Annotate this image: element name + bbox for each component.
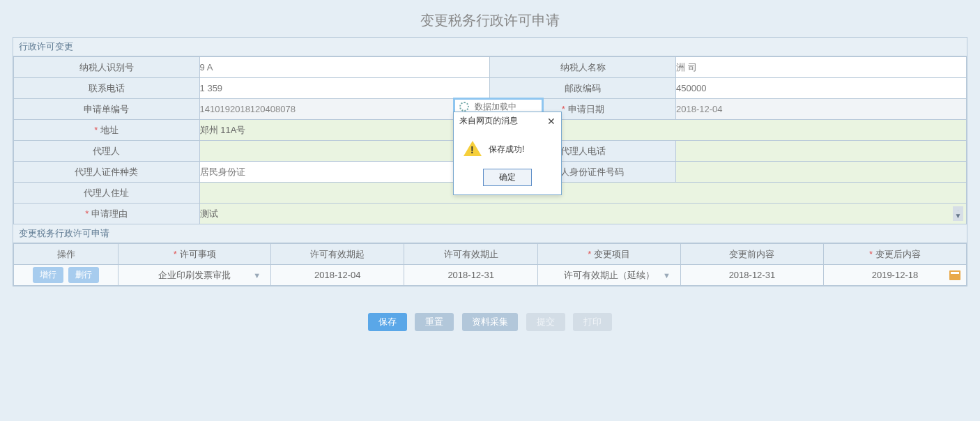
- reset-button[interactable]: 重置: [415, 313, 454, 331]
- spinner-icon: [459, 102, 469, 112]
- col-ops: 操作: [57, 249, 75, 259]
- value-postcode: 450000: [676, 83, 706, 93]
- cell-before: 2018-12-31: [729, 270, 776, 280]
- col-change-item: 变更项目: [594, 249, 630, 259]
- change-item-select[interactable]: 许可有效期止（延续） ▼: [537, 265, 680, 286]
- label-agent-id-type: 代理人证件种类: [75, 167, 138, 177]
- save-button[interactable]: 保存: [368, 313, 407, 331]
- label-phone: 联系电话: [89, 83, 125, 93]
- agent-input[interactable]: [199, 141, 490, 162]
- chevron-down-icon: ▼: [663, 271, 671, 280]
- reason-textarea[interactable]: 测试 ▲ ▼: [199, 204, 966, 224]
- print-button: 打印: [573, 313, 612, 331]
- col-valid-from: 许可有效期起: [310, 249, 365, 259]
- submit-button: 提交: [526, 313, 565, 331]
- action-bar: 保存 重置 资料采集 提交 打印: [0, 313, 980, 331]
- delete-row-button[interactable]: 删行: [68, 267, 99, 283]
- scroll-down-icon[interactable]: ▼: [953, 210, 963, 221]
- table-row: 增行 删行 企业印刷发票审批 ▼ 2018-12-04 2018-12-31 许…: [14, 265, 967, 286]
- section-title-grid: 变更税务行政许可申请: [13, 224, 967, 243]
- change-grid: 操作 *许可事项 许可有效期起 许可有效期止 *变更项目 变更前内容 *变更后内…: [13, 243, 967, 286]
- agent-id-no-input[interactable]: [676, 162, 967, 183]
- chevron-down-icon: ▼: [253, 271, 261, 280]
- agent-addr-input[interactable]: [199, 183, 966, 204]
- cell-valid-from: 2018-12-04: [314, 270, 361, 280]
- label-agent: 代理人: [93, 146, 120, 156]
- after-date-input[interactable]: 2019-12-18: [823, 265, 966, 286]
- value-apply-date: 2018-12-04: [676, 104, 723, 114]
- required-mark: *: [85, 208, 89, 219]
- calendar-icon[interactable]: [949, 270, 960, 280]
- required-mark: *: [562, 104, 565, 114]
- value-apply-no: 1410192018120408078: [200, 104, 296, 114]
- address-input[interactable]: 郑州 11A号: [199, 120, 966, 141]
- dialog-title: 来自网页的消息: [459, 115, 518, 127]
- label-postcode: 邮政编码: [565, 83, 601, 93]
- label-address: 地址: [100, 125, 118, 135]
- agent-phone-input[interactable]: [676, 141, 967, 162]
- col-valid-to: 许可有效期止: [444, 249, 498, 259]
- permit-item-select[interactable]: 企业印刷发票审批 ▼: [118, 265, 271, 286]
- value-agent-id-type: 居民身份证: [200, 167, 245, 177]
- dialog-message: 保存成功!: [489, 144, 524, 155]
- label-apply-no: 申请单编号: [84, 104, 129, 114]
- close-icon[interactable]: ✕: [547, 116, 556, 127]
- loading-text: 数据加载中: [475, 101, 516, 113]
- label-apply-date: 申请日期: [568, 104, 604, 114]
- warning-icon: [464, 141, 482, 156]
- collect-button[interactable]: 资料采集: [462, 313, 518, 331]
- value-phone: 1 359: [200, 83, 223, 93]
- page-title: 变更税务行政许可申请: [0, 0, 980, 37]
- dialog-ok-button[interactable]: 确定: [483, 169, 532, 186]
- col-item: 许可事项: [180, 249, 216, 259]
- section-title-change: 行政许可变更: [13, 38, 967, 56]
- label-agent-phone: 代理人电话: [560, 146, 606, 156]
- label-reason: 申请理由: [91, 208, 128, 219]
- col-after: 变更后内容: [875, 249, 921, 259]
- label-taxpayer-id: 纳税人识别号: [79, 62, 134, 72]
- alert-dialog: 来自网页的消息 ✕ 保存成功! 确定: [453, 112, 562, 195]
- label-taxpayer-name: 纳税人名称: [560, 62, 606, 72]
- cell-valid-to: 2018-12-31: [447, 270, 494, 280]
- value-taxpayer-id: 9 A: [200, 62, 213, 72]
- col-before: 变更前内容: [729, 249, 774, 259]
- required-mark: *: [94, 125, 98, 135]
- add-row-button[interactable]: 增行: [33, 267, 63, 283]
- value-taxpayer-name: 洲 司: [676, 62, 697, 72]
- label-agent-addr: 代理人住址: [84, 187, 129, 198]
